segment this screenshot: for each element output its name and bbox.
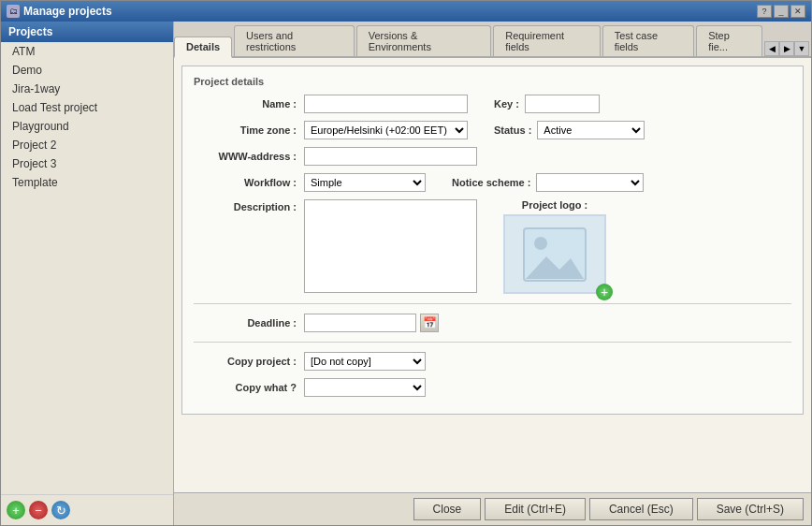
window-icon: 🗂 [7, 5, 20, 18]
tab-stepfield[interactable]: Step fie... [696, 25, 762, 56]
status-select[interactable]: Active Archived Inactive [537, 121, 645, 139]
right-panel: Details Users and restrictions Versions … [174, 22, 811, 525]
section-title: Project details [194, 76, 791, 87]
description-logo-row: Description : Project logo : [194, 199, 791, 294]
name-label: Name : [194, 98, 297, 110]
copy-project-select[interactable]: [Do not copy] [304, 352, 426, 371]
workflow-label: Workflow : [194, 177, 297, 188]
remove-project-button[interactable]: − [29, 501, 48, 519]
form-area: Project details Name : Key : Time zone : [174, 58, 811, 492]
www-row: WWW-address : [194, 147, 791, 166]
project-logo-label: Project logo : [522, 199, 587, 211]
save-button[interactable]: Save (Ctrl+S) [697, 498, 804, 520]
help-button[interactable]: ? [757, 5, 772, 18]
sidebar-item-demo[interactable]: Demo [1, 61, 173, 80]
tab-versions[interactable]: Versions & Environments [356, 25, 492, 56]
copy-what-select[interactable] [304, 378, 426, 397]
workflow-select[interactable]: Simple Advanced [304, 173, 426, 192]
window-title: Manage projects [23, 5, 112, 18]
minimize-button[interactable]: _ [774, 5, 789, 18]
deadline-label: Deadline : [194, 317, 297, 329]
tab-requirement[interactable]: Requirement fields [493, 25, 600, 56]
sidebar-item-loadtest[interactable]: Load Test project [1, 98, 173, 117]
deadline-input[interactable] [304, 314, 416, 332]
tab-details[interactable]: Details [174, 37, 232, 58]
project-logo-area: Project logo : + [503, 199, 606, 294]
timezone-select[interactable]: Europe/Helsinki (+02:00 EET) [304, 121, 468, 139]
key-input[interactable] [525, 95, 600, 113]
deadline-row: Deadline : 📅 [194, 314, 791, 332]
tab-scroll-left[interactable]: ◀ [764, 41, 779, 56]
workflow-notice-row: Workflow : Simple Advanced Notice scheme… [194, 173, 791, 192]
refresh-button[interactable]: ↻ [51, 501, 70, 519]
tabs-bar: Details Users and restrictions Versions … [174, 22, 811, 58]
sidebar-item-project3[interactable]: Project 3 [1, 154, 173, 173]
bottom-bar: Close Edit (Ctrl+E) Cancel (Esc) Save (C… [174, 492, 811, 525]
close-button[interactable]: ✕ [790, 5, 805, 18]
window-controls: ? _ ✕ [757, 5, 805, 18]
copy-what-label: Copy what ? [194, 382, 297, 393]
title-bar: 🗂 Manage projects ? _ ✕ [1, 1, 811, 22]
logo-box: + [503, 214, 606, 294]
main-content: Projects ATM Demo Jira-1way Load Test pr… [1, 22, 811, 525]
www-label: WWW-address : [194, 151, 297, 162]
project-details-section: Project details Name : Key : Time zone : [181, 66, 804, 415]
tab-users[interactable]: Users and restrictions [234, 25, 355, 56]
description-textarea[interactable] [304, 199, 477, 293]
copy-project-row: Copy project : [Do not copy] [194, 352, 791, 371]
separator2 [194, 342, 791, 343]
name-input[interactable] [304, 95, 468, 113]
notice-label: Notice scheme : [452, 177, 530, 188]
sidebar: Projects ATM Demo Jira-1way Load Test pr… [1, 22, 174, 525]
logo-add-button[interactable]: + [596, 284, 613, 300]
tab-menu[interactable]: ▼ [794, 41, 809, 56]
sidebar-item-playground[interactable]: Playground [1, 117, 173, 136]
separator [194, 303, 791, 304]
copy-project-label: Copy project : [194, 356, 297, 367]
add-project-button[interactable]: + [7, 501, 25, 519]
name-key-row: Name : Key : [194, 95, 791, 113]
sidebar-item-jira1way[interactable]: Jira-1way [1, 80, 173, 98]
sidebar-item-atm[interactable]: ATM [1, 42, 173, 61]
sidebar-footer: + − ↻ [1, 494, 173, 525]
copy-what-row: Copy what ? [194, 378, 791, 397]
status-label: Status : [494, 124, 531, 136]
tabs-nav: ◀ ▶ ▼ [764, 41, 811, 56]
calendar-button[interactable]: 📅 [420, 314, 439, 332]
manage-projects-window: 🗂 Manage projects ? _ ✕ Projects ATM Dem… [0, 0, 812, 526]
logo-placeholder-icon [522, 226, 587, 283]
key-label: Key : [494, 98, 519, 110]
svg-point-1 [534, 237, 547, 250]
timezone-label: Time zone : [194, 124, 297, 136]
sidebar-header: Projects [1, 22, 173, 42]
www-input[interactable] [304, 147, 477, 166]
tab-scroll-right[interactable]: ▶ [779, 41, 794, 56]
timezone-status-row: Time zone : Europe/Helsinki (+02:00 EET)… [194, 121, 791, 139]
tab-testcase[interactable]: Test case fields [602, 25, 695, 56]
description-label: Description : [194, 199, 297, 212]
close-button[interactable]: Close [413, 498, 482, 520]
cancel-button[interactable]: Cancel (Esc) [589, 498, 693, 520]
notice-select[interactable] [536, 173, 644, 192]
sidebar-item-template[interactable]: Template [1, 173, 173, 192]
sidebar-item-project2[interactable]: Project 2 [1, 136, 173, 154]
edit-button[interactable]: Edit (Ctrl+E) [485, 498, 586, 520]
